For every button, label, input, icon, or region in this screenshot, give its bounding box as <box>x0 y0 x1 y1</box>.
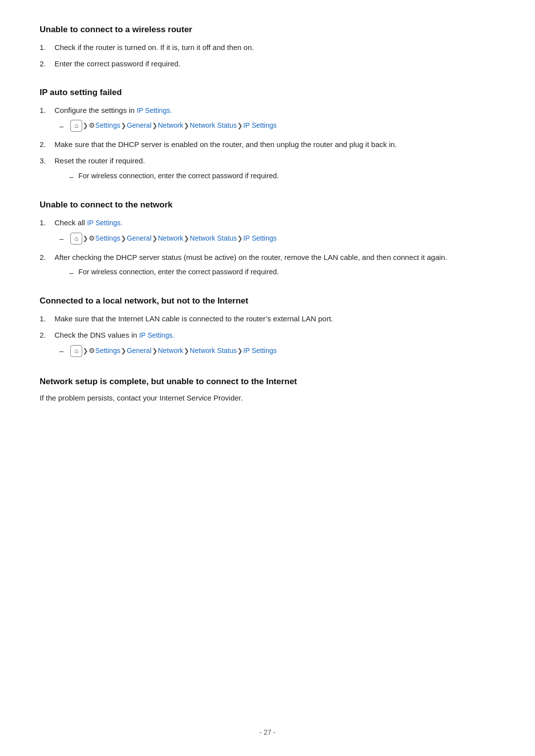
dash-symbol: – <box>59 233 63 244</box>
list-item: 2.Enter the correct password if required… <box>40 58 495 69</box>
list-item: 1.Configure the settings in IP Settings.… <box>40 104 495 134</box>
nav-path-container: –⌂❯⚙Settings❯General❯Network❯Network Sta… <box>59 120 495 132</box>
ordered-list: 1.Check all IP Settings.–⌂❯⚙Settings❯Gen… <box>40 217 495 278</box>
nav-path-item[interactable]: IP Settings <box>243 233 276 244</box>
list-text: Check if the router is turned on. If it … <box>54 43 254 51</box>
ordered-list: 1.Configure the settings in IP Settings.… <box>40 104 495 182</box>
nav-separator: ❯ <box>237 234 243 244</box>
section-unable-network: Unable to connect to the network1.Check … <box>40 200 495 278</box>
nav-path-item[interactable]: Network Status <box>190 346 237 356</box>
list-item: 1.Make sure that the Internet LAN cable … <box>40 313 495 324</box>
section-body-text: If the problem persists, contact your In… <box>40 394 495 402</box>
section-title: Connected to a local network, but not to… <box>40 296 495 306</box>
list-content: Configure the settings in IP Settings.–⌂… <box>54 104 495 134</box>
list-content: Make sure that the DHCP server is enable… <box>54 139 495 150</box>
list-number: 1. <box>40 313 54 324</box>
dash-symbol: – <box>69 171 73 182</box>
list-text: Enter the correct password if required. <box>54 59 180 68</box>
home-icon: ⌂ <box>70 120 82 132</box>
list-text: Check all <box>54 218 87 227</box>
nav-path-item[interactable]: Network <box>158 346 183 356</box>
section-unable-wireless: Unable to connect to a wireless router1.… <box>40 25 495 70</box>
list-item: 2.Make sure that the DHCP server is enab… <box>40 139 495 150</box>
nav-separator: ❯ <box>184 234 189 244</box>
nav-path-item[interactable]: Settings <box>95 346 120 356</box>
list-text: After checking the DHCP server status (m… <box>54 253 447 261</box>
dash-symbol: – <box>59 345 63 356</box>
list-item: 2.Check the DNS values in IP Settings.–⌂… <box>40 329 495 359</box>
list-number: 2. <box>40 58 54 69</box>
list-number: 3. <box>40 155 54 166</box>
nav-path-item[interactable]: Settings <box>95 233 120 244</box>
list-item: 3.Reset the router if required.–For wire… <box>40 155 495 182</box>
nav-separator: ❯ <box>121 346 126 356</box>
nav-separator: ❯ <box>83 234 88 244</box>
nav-path-container: –⌂❯⚙Settings❯General❯Network❯Network Sta… <box>59 345 495 357</box>
nav-path-item[interactable]: Network <box>158 120 183 131</box>
dash-symbol: – <box>69 267 73 278</box>
nav-path-container: –⌂❯⚙Settings❯General❯Network❯Network Sta… <box>59 233 495 245</box>
section-title: Network setup is complete, but unable to… <box>40 377 495 387</box>
nav-path-item[interactable]: Network Status <box>190 233 237 244</box>
list-content: After checking the DHCP server status (m… <box>54 252 495 279</box>
nav-path-item[interactable]: Settings <box>95 120 120 131</box>
list-text: Configure the settings in <box>54 106 137 114</box>
list-number: 2. <box>40 139 54 150</box>
sub-dash-item: –For wireless connection, enter the corr… <box>69 267 495 278</box>
list-number: 1. <box>40 42 54 53</box>
list-content: Check if the router is turned on. If it … <box>54 42 495 53</box>
nav-separator: ❯ <box>83 346 88 356</box>
gear-icon: ⚙ <box>89 346 95 356</box>
nav-separator: ❯ <box>152 121 158 131</box>
nav-separator: ❯ <box>237 121 243 131</box>
ordered-list: 1.Make sure that the Internet LAN cable … <box>40 313 495 359</box>
list-item: 1.Check all IP Settings.–⌂❯⚙Settings❯Gen… <box>40 217 495 247</box>
ip-settings-link[interactable]: IP Settings. <box>137 106 172 114</box>
nav-separator: ❯ <box>121 121 126 131</box>
nav-separator: ❯ <box>152 234 158 244</box>
list-text: Reset the router if required. <box>54 156 145 165</box>
ip-settings-link[interactable]: IP Settings. <box>139 331 174 339</box>
nav-separator: ❯ <box>121 234 126 244</box>
list-content: Make sure that the Internet LAN cable is… <box>54 313 495 324</box>
section-network-setup-complete: Network setup is complete, but unable to… <box>40 377 495 402</box>
page-footer: - 27 - <box>0 728 535 736</box>
list-content: Enter the correct password if required. <box>54 58 495 69</box>
nav-path-item[interactable]: Network <box>158 233 183 244</box>
gear-icon: ⚙ <box>89 233 95 244</box>
nav-path-item[interactable]: General <box>127 120 152 131</box>
gear-icon: ⚙ <box>89 120 95 131</box>
nav-separator: ❯ <box>184 121 189 131</box>
list-content: Reset the router if required.–For wirele… <box>54 155 495 182</box>
list-content: Check the DNS values in IP Settings.–⌂❯⚙… <box>54 329 495 359</box>
section-connected-local: Connected to a local network, but not to… <box>40 296 495 359</box>
nav-separator: ❯ <box>152 346 158 356</box>
nav-path-item[interactable]: IP Settings <box>243 346 276 356</box>
section-title: Unable to connect to a wireless router <box>40 25 495 35</box>
nav-path-item[interactable]: General <box>127 233 152 244</box>
nav-separator: ❯ <box>184 346 189 356</box>
sub-dash-text: For wireless connection, enter the corre… <box>78 267 279 278</box>
section-title: Unable to connect to the network <box>40 200 495 210</box>
nav-separator: ❯ <box>237 346 243 356</box>
nav-path-item[interactable]: IP Settings <box>243 120 276 131</box>
home-icon: ⌂ <box>70 233 82 245</box>
list-item: 2.After checking the DHCP server status … <box>40 252 495 279</box>
home-icon: ⌂ <box>70 345 82 357</box>
list-number: 1. <box>40 217 54 228</box>
list-number: 2. <box>40 252 54 263</box>
list-text: Check the DNS values in <box>54 331 139 339</box>
list-item: 1.Check if the router is turned on. If i… <box>40 42 495 53</box>
ip-settings-link[interactable]: IP Settings. <box>87 219 122 227</box>
list-content: Check all IP Settings.–⌂❯⚙Settings❯Gener… <box>54 217 495 247</box>
section-ip-auto-failed: IP auto setting failed1.Configure the se… <box>40 88 495 182</box>
list-number: 1. <box>40 104 54 116</box>
dash-symbol: – <box>59 120 63 132</box>
nav-path-item[interactable]: Network Status <box>190 120 237 131</box>
sub-dash-item: –For wireless connection, enter the corr… <box>69 171 495 182</box>
list-text: Make sure that the Internet LAN cable is… <box>54 314 333 323</box>
nav-separator: ❯ <box>83 121 88 131</box>
section-title: IP auto setting failed <box>40 88 495 98</box>
nav-path-item[interactable]: General <box>127 346 152 356</box>
list-number: 2. <box>40 329 54 341</box>
